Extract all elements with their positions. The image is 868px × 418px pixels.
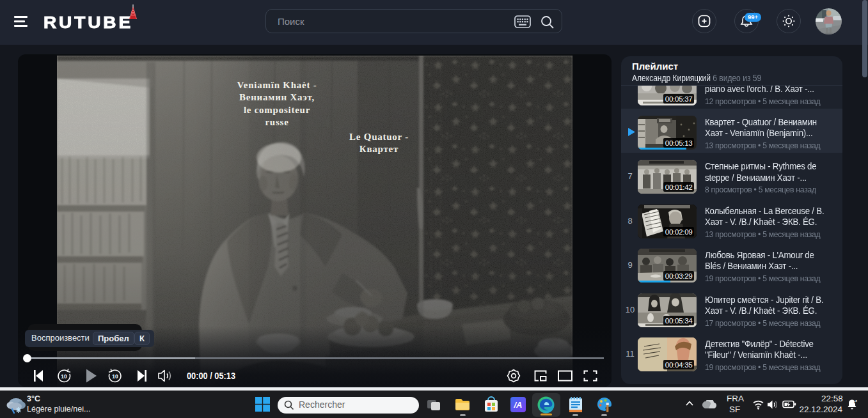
svg-text:10: 10	[61, 373, 67, 380]
svg-text:/A: /A	[514, 400, 523, 410]
svg-text:10: 10	[112, 373, 118, 380]
svg-text:00:00 / 05:13: 00:00 / 05:13	[187, 371, 235, 381]
svg-text:z: z	[855, 399, 857, 403]
